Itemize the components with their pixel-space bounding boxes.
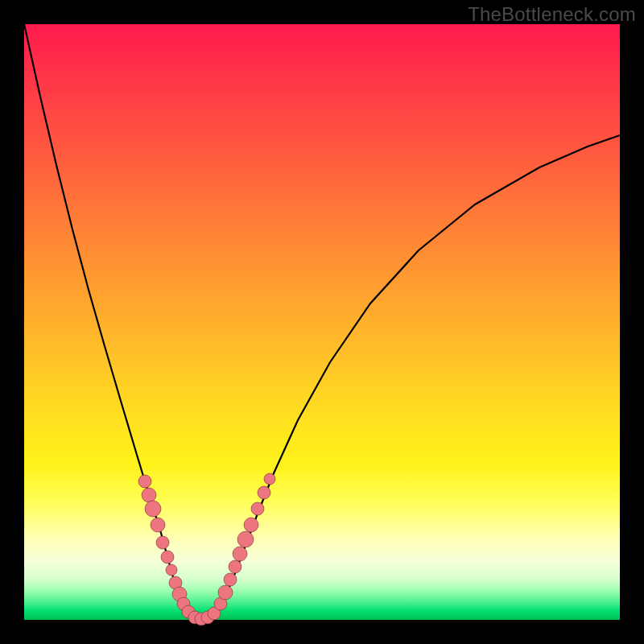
chart-frame: TheBottleneck.com	[0, 0, 644, 644]
plot-area	[24, 24, 620, 620]
data-marker	[229, 560, 242, 573]
data-marker	[145, 501, 161, 517]
data-marker	[161, 551, 174, 564]
data-marker	[218, 585, 233, 600]
data-marker	[258, 486, 270, 499]
data-marker	[156, 536, 169, 549]
data-marker	[251, 502, 264, 515]
data-marker	[237, 531, 254, 547]
data-marker	[244, 518, 258, 532]
curve-svg	[24, 24, 620, 620]
watermark-text: TheBottleneck.com	[468, 3, 636, 26]
data-marker	[264, 473, 275, 485]
data-marker	[224, 573, 237, 586]
data-marker	[142, 488, 156, 502]
bottleneck-curve	[24, 24, 620, 619]
data-marker	[138, 475, 151, 488]
data-marker	[151, 518, 165, 532]
data-marker	[166, 564, 177, 576]
marker-group	[138, 473, 275, 625]
data-marker	[233, 547, 247, 561]
